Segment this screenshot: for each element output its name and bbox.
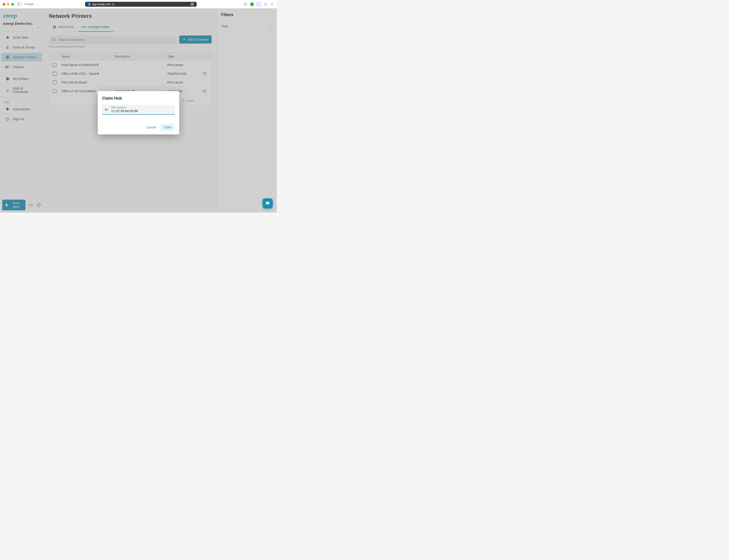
url-text: app.ezeep.com [92, 3, 111, 6]
svg-point-8 [105, 109, 107, 110]
extension-icon[interactable] [250, 2, 254, 6]
chat-fab[interactable] [263, 198, 273, 209]
claim-button[interactable]: Claim [161, 124, 175, 131]
sidebar-toggle-icon[interactable] [17, 3, 21, 6]
address-bar[interactable]: ↘ app.ezeep.com 🔒 ⋯ [85, 2, 197, 7]
modal-title: Claim Hub [102, 96, 175, 101]
lock-icon: 🔒 [112, 3, 115, 5]
minimize-window-icon[interactable] [7, 3, 10, 6]
window-controls[interactable] [3, 3, 14, 6]
maximize-window-icon[interactable] [11, 3, 14, 6]
site-badge-icon: ↘ [88, 3, 91, 6]
mac-address-field[interactable]: MAC Address [102, 105, 175, 115]
new-tab-icon[interactable] [270, 2, 274, 6]
downloads-icon[interactable] [243, 2, 247, 6]
mac-input[interactable] [111, 109, 173, 113]
modal-overlay[interactable]: Claim Hub MAC Address Cancel Claim [0, 8, 277, 213]
chat-icon [265, 201, 270, 206]
share-icon[interactable] [264, 2, 268, 6]
private-label: Private [25, 2, 33, 6]
browser-chrome: Private ‹ ↘ app.ezeep.com 🔒 ⋯ ≡ [0, 0, 277, 8]
claim-hub-modal: Claim Hub MAC Address Cancel Claim [98, 91, 179, 134]
page-settings-icon[interactable]: ⋯ [190, 2, 194, 6]
back-button[interactable]: ‹ [37, 2, 38, 6]
mac-label: MAC Address [111, 106, 173, 109]
close-window-icon[interactable] [3, 3, 5, 6]
extension-icon-2[interactable]: ≡ [257, 2, 261, 6]
key-icon [105, 107, 109, 112]
cancel-button[interactable]: Cancel [143, 124, 159, 131]
